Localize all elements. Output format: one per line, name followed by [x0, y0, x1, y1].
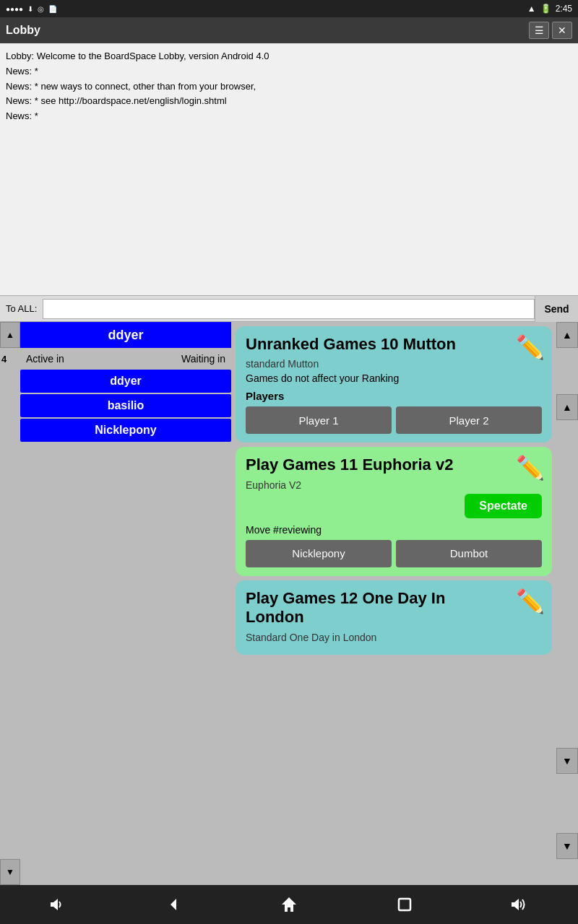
card-title-euphoria: Play Games 11 Euphoria v2 [246, 456, 542, 474]
spectate-button[interactable]: Spectate [465, 494, 542, 518]
pencil-icon-1: ✏️ [516, 334, 545, 361]
empty-row-12 [20, 681, 231, 702]
nav-bar [0, 885, 578, 924]
scroll-down-left-button[interactable]: ▼ [0, 859, 20, 885]
empty-row-3 [20, 487, 231, 507]
svg-marker-4 [512, 899, 519, 910]
spectate-area: Spectate [246, 494, 542, 518]
active-label: Active in [26, 353, 64, 365]
empty-row-16 [20, 768, 231, 788]
game-card-mutton: ✏️ Unranked Games 10 Mutton standard Mut… [236, 326, 552, 443]
volume-up-nav-icon[interactable] [499, 890, 542, 919]
scroll-down-right-button[interactable]: ▼ [556, 833, 578, 859]
players-label-mutton: Players [246, 390, 542, 402]
main-area: ▲ ddyer Active in Waiting in 4 ddyer 2 b… [0, 322, 578, 885]
battery-icon: 🔋 [540, 4, 551, 14]
status-right: ▲ 🔋 2:45 [527, 4, 572, 14]
card-title-onedaylondon: Play Games 12 One Day In London [246, 589, 542, 627]
scroll-mid-down-right-button[interactable]: ▼ [556, 748, 578, 774]
time-display: 2:45 [556, 4, 572, 14]
card-desc-mutton: Games do not affect your Ranking [246, 372, 542, 384]
empty-row-13 [20, 703, 231, 723]
empty-row-4 [20, 508, 231, 528]
title-buttons: ☰ ✕ [529, 22, 572, 39]
empty-row-15 [20, 746, 231, 767]
home-nav-icon[interactable] [267, 890, 311, 919]
svg-marker-1 [171, 899, 176, 910]
download-icon: ⬇ [27, 5, 33, 13]
news-line-1: News: * [6, 64, 572, 79]
user-item-wrapper-1: 2 basilio [20, 394, 231, 417]
news-line-4: News: * [6, 109, 572, 124]
card-title-mutton: Unranked Games 10 Mutton [246, 335, 542, 354]
empty-row-8 [20, 595, 231, 615]
empty-row-17 [20, 790, 231, 810]
game-card-euphoria: ✏️ Play Games 11 Euphoria v2 Euphoria V2… [236, 447, 552, 575]
card-subtitle-onedaylondon: Standard One Day in London [246, 632, 542, 643]
news-line-3: News: * see http://boardspace.net/englis… [6, 94, 572, 109]
move-reviewing-label: Move #reviewing [246, 524, 542, 536]
user-item-nicklepony[interactable]: Nicklepony [20, 419, 231, 442]
players-row-euphoria: Nicklepony Dumbot [246, 540, 542, 567]
player-nicklepony-button[interactable]: Nicklepony [246, 540, 392, 567]
pencil-icon-2: ✏️ [516, 454, 545, 481]
scroll-up-right-button[interactable]: ▲ [556, 322, 578, 348]
empty-row-6 [20, 552, 231, 572]
svg-marker-2 [282, 897, 296, 912]
chat-input[interactable] [43, 299, 535, 319]
card-subtitle-mutton: standard Mutton [246, 358, 542, 370]
right-panel: ▲ ▲ ▼ ▼ ✏️ Unranked Games 10 Mutton stan… [231, 322, 578, 885]
title-bar: Lobby ☰ ✕ [0, 17, 578, 43]
empty-row-10 [20, 638, 231, 658]
user-item-ddyer[interactable]: ddyer [20, 370, 231, 393]
player-dumbot-button[interactable]: Dumbot [396, 540, 542, 567]
send-button[interactable]: Send [535, 296, 578, 322]
cards-container: ✏️ Unranked Games 10 Mutton standard Mut… [231, 322, 578, 659]
pencil-icon-3: ✏️ [516, 588, 545, 615]
close-button[interactable]: ✕ [552, 22, 572, 39]
waiting-label: Waiting in [181, 353, 225, 365]
android-icon: ◎ [38, 5, 44, 13]
aw-header: Active in Waiting in [20, 348, 231, 370]
empty-row-2 [20, 465, 231, 485]
app-title: Lobby [6, 24, 40, 37]
news-line-0: Lobby: Welcome to the BoardSpace Lobby, … [6, 49, 572, 64]
status-left: ●●●● ⬇ ◎ 📄 [6, 5, 57, 13]
game-card-onedaylondon: ✏️ Play Games 12 One Day In London Stand… [236, 580, 552, 655]
empty-row-11 [20, 660, 231, 680]
empty-row-5 [20, 530, 231, 550]
file-icon: 📄 [48, 5, 57, 13]
signal-icon: ●●●● [6, 5, 23, 13]
scroll-mid-up-right-button[interactable]: ▲ [556, 394, 578, 420]
wifi-icon: ▲ [527, 4, 536, 14]
players-row-mutton: Player 1 Player 2 [246, 406, 542, 434]
username-label: ddyer [108, 328, 143, 343]
player2-button-mutton[interactable]: Player 2 [396, 406, 542, 434]
svg-marker-0 [51, 899, 58, 910]
back-nav-icon[interactable] [152, 890, 195, 919]
news-area: Lobby: Welcome to the BoardSpace Lobby, … [0, 43, 578, 296]
empty-row-19 [20, 833, 231, 853]
empty-row-14 [20, 725, 231, 745]
empty-row-1 [20, 443, 231, 463]
user-item-basilio[interactable]: basilio [20, 394, 231, 417]
scroll-up-left-button[interactable]: ▲ [0, 322, 20, 348]
volume-down-nav-icon[interactable] [36, 890, 79, 919]
chat-label: To ALL: [0, 303, 43, 314]
empty-row-18 [20, 811, 231, 832]
card-subtitle-euphoria: Euphoria V2 [246, 479, 542, 491]
empty-row-9 [20, 616, 231, 637]
empty-row-7 [20, 573, 231, 593]
left-panel: ▲ ddyer Active in Waiting in 4 ddyer 2 b… [0, 322, 231, 885]
player1-button-mutton[interactable]: Player 1 [246, 406, 392, 434]
menu-button[interactable]: ☰ [529, 22, 549, 39]
news-line-2: News: * new ways to connect, other than … [6, 79, 572, 95]
count-badge: 4 [1, 354, 7, 365]
user-list: ddyer 2 basilio 11 Nicklepony [20, 370, 231, 859]
user-item-wrapper-0: ddyer [20, 370, 231, 393]
user-header: ddyer [20, 322, 231, 348]
status-bar: ●●●● ⬇ ◎ 📄 ▲ 🔋 2:45 [0, 0, 578, 17]
square-nav-icon[interactable] [383, 890, 426, 919]
svg-rect-3 [399, 899, 410, 910]
user-item-wrapper-2: 11 Nicklepony [20, 419, 231, 442]
